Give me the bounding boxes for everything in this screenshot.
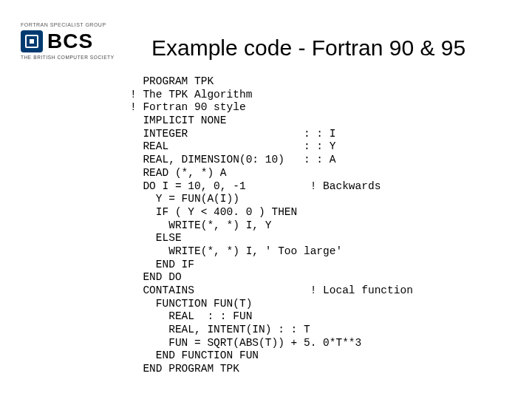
logo-row: BCS: [21, 30, 124, 52]
logo-subtitle: THE BRITISH COMPUTER SOCIETY: [21, 55, 124, 60]
slide: FORTRAN SPECIALIST GROUP BCS THE BRITISH…: [0, 0, 532, 399]
bcs-logo-icon: [21, 30, 43, 52]
logo-block: FORTRAN SPECIALIST GROUP BCS THE BRITISH…: [21, 22, 124, 60]
logo-top-text: FORTRAN SPECIALIST GROUP: [21, 22, 124, 27]
logo-text: BCS: [47, 31, 93, 52]
code-block: PROGRAM TPK ! The TPK Algorithm ! Fortra…: [130, 75, 413, 376]
slide-title: Example code - Fortran 90 & 95: [151, 35, 466, 61]
